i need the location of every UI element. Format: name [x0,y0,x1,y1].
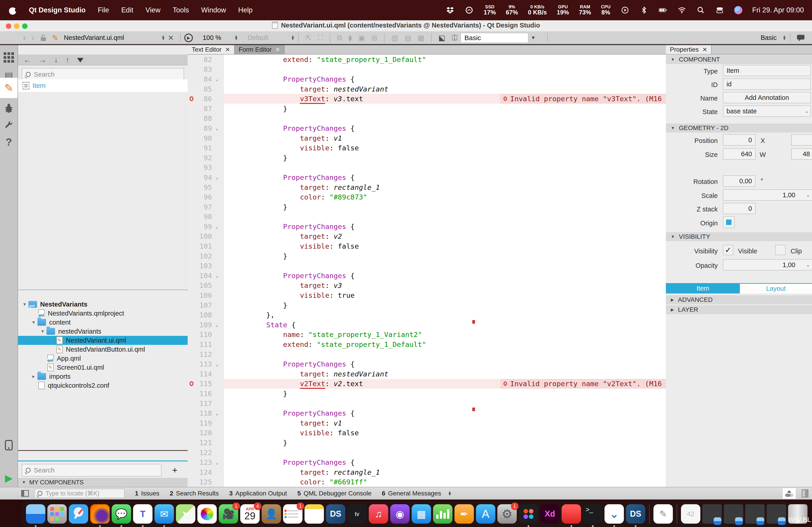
code-line-112[interactable]: 112 [188,349,666,359]
code-text[interactable]: } [224,104,666,114]
code-line-117[interactable]: 117 [188,398,666,408]
fold-marker-icon[interactable]: ⌄ [212,175,222,180]
id-field[interactable]: id [723,78,811,90]
code-line-123[interactable]: 123⌄ PropertyChanges { [188,457,666,467]
code-text[interactable]: extend: "state_property_1_Default" [224,55,666,64]
rotate-annotation-icon[interactable]: ⎅ [448,34,461,42]
dock-maps-icon[interactable]: ➤ [176,504,195,524]
code-line-97[interactable]: 97 } [188,202,666,212]
tree-item-qtquickcontrols2-conf[interactable]: qtquickcontrols2.conf [18,381,188,390]
row-layout-icon[interactable]: ▤ [402,34,415,42]
pane-button-qml-debugger-console[interactable]: 5QML Debugger Console [297,490,371,497]
column-layout-icon[interactable]: ▥ [388,34,401,42]
code-line-114[interactable]: 114 target: nestedVariant [188,369,666,379]
zoom-stepper[interactable]: ▲▼ [234,35,238,40]
dock-finder-icon[interactable] [26,504,45,524]
dock-calendar-icon[interactable]: APR294 [240,504,260,524]
error-mark-right-edge[interactable] [472,320,475,324]
dock-keynote-icon[interactable]: ▦ [412,504,431,524]
code-line-103[interactable]: 103 [188,261,666,271]
chevron-icon[interactable]: ▾ [30,319,38,325]
menu-window[interactable]: Window [201,6,226,14]
dock-photos-icon[interactable] [197,504,217,524]
pane-button-issues[interactable]: 1Issues [135,490,159,497]
gutter[interactable]: 107 [188,300,224,310]
code-text[interactable] [224,163,666,173]
gutter[interactable]: 113⌄ [188,359,224,369]
gutter[interactable]: 89⌄ [188,123,224,133]
stat-battery-pct[interactable]: 9%67% [506,4,518,16]
pane-button-search-results[interactable]: 2Search Results [170,490,219,497]
dock-messages-icon[interactable]: 💬 [112,504,131,524]
tab-layout[interactable]: Layout [740,283,812,293]
close-icon[interactable]: ✕ [275,46,280,53]
tab-form-editor[interactable]: Form Editor✕ [235,45,285,54]
code-text[interactable]: target: rectangle_1 [224,182,666,192]
import-component-icon[interactable]: ⛶ [315,34,326,42]
code-text[interactable] [224,261,666,271]
dock-safari-icon[interactable] [69,504,88,524]
bluetooth-icon[interactable] [639,6,649,15]
gutter[interactable]: 112 [188,349,224,359]
tab-properties[interactable]: Properties✕ [666,45,712,54]
gutter[interactable]: 83 [188,64,224,74]
chevron-icon[interactable]: ▾ [21,301,28,307]
opacity-field[interactable]: 1,00⌄ [723,259,812,270]
rotation-field[interactable]: 0,00 [723,175,756,187]
stat-ram[interactable]: RAM73% [579,4,591,16]
code-text[interactable]: PropertyChanges { [224,222,666,231]
back-button[interactable]: ‹ [20,33,29,43]
fold-marker-icon[interactable]: ⌄ [212,224,222,229]
code-line-115[interactable]: 115 v2Text: v2.textInvalid property name… [188,379,666,389]
code-line-118[interactable]: 118⌄ PropertyChanges { [188,408,666,418]
gutter[interactable]: 87 [188,104,224,114]
gutter[interactable]: 92 [188,153,224,163]
pane-button-general-messages[interactable]: 6General Messages [382,490,441,497]
gutter[interactable]: 108 [188,310,224,320]
code-text[interactable]: } [224,438,666,448]
style-stepper[interactable]: ▲▼ [291,35,295,40]
state-combo-arrow[interactable]: ▼ [528,33,538,43]
dock-teams-icon[interactable]: T [133,504,153,524]
fold-marker-icon[interactable]: ⌄ [212,460,222,465]
fold-marker-icon[interactable]: ⌄ [212,322,222,328]
code-text[interactable]: PropertyChanges { [224,408,666,418]
code-line-95[interactable]: 95 target: rectangle_1 [188,182,666,192]
code-line-119[interactable]: 119 target: v1 [188,418,666,428]
gutter[interactable]: 106 [188,290,224,300]
code-text[interactable]: PropertyChanges { [224,271,666,281]
lock-icon[interactable] [37,34,49,42]
code-line-124[interactable]: 124 target: rectangle_1 [188,467,666,477]
code-line-99[interactable]: 99⌄ PropertyChanges { [188,222,666,231]
code-text[interactable]: visible: false [224,241,666,251]
dock-contacts-icon[interactable]: 👤 [262,504,281,524]
annotation-bubble-icon[interactable] [794,34,808,41]
design-mode-icon[interactable]: ✎ [0,78,18,98]
fold-marker-icon[interactable]: ⌄ [212,76,222,82]
siri-icon[interactable] [734,6,742,14]
gutter[interactable]: 100 [188,231,224,241]
code-text[interactable]: visible: false [224,428,666,438]
projects-mode-icon[interactable] [0,116,18,134]
code-text[interactable]: target: rectangle_1 [224,467,666,477]
code-line-84[interactable]: 84⌄ PropertyChanges { [188,74,666,84]
document-stepper[interactable]: ▲▼ [161,35,165,40]
navigator-item-row[interactable]: Item [18,79,188,92]
my-components-header[interactable]: ▼ MY COMPONENTS [18,478,188,487]
gutter[interactable]: 98 [188,212,224,222]
gutter[interactable]: 125 [188,477,224,487]
make-component-icon[interactable]: ⧉ [334,34,345,42]
gutter[interactable]: 120 [188,428,224,438]
gutter[interactable]: 96 [188,192,224,202]
code-line-122[interactable]: 122 [188,448,666,457]
code-text[interactable]: } [224,202,666,212]
menu-file[interactable]: File [98,6,109,14]
gutter[interactable]: 82 [188,55,224,64]
code-text[interactable]: v3Text: v3.text [224,94,500,104]
close-document-button[interactable]: ✕ [165,34,177,42]
gutter[interactable]: 86 [188,94,224,104]
code-text[interactable]: } [224,300,666,310]
error-marker-icon[interactable] [189,381,193,386]
gutter[interactable]: 115 [188,379,224,389]
positioner-icon[interactable]: ⊞ [368,34,381,42]
